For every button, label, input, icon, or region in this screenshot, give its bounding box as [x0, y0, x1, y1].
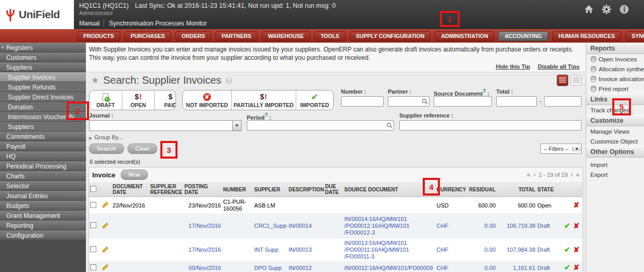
- col-supplier[interactable]: SUPPLIER: [253, 182, 287, 197]
- sidebar-item-budgets[interactable]: Budgets: [0, 201, 86, 211]
- next-page-icon[interactable]: ›: [571, 171, 573, 178]
- option-import[interactable]: Import: [586, 160, 644, 170]
- app-logo[interactable]: UniField: [0, 0, 74, 29]
- tab-purchases[interactable]: PURCHASES: [124, 31, 171, 41]
- edit-pencil-icon[interactable]: [102, 264, 109, 270]
- row-checkbox[interactable]: [90, 246, 96, 252]
- col-posting-date[interactable]: POSTING DATE: [183, 182, 222, 197]
- filter-partially-imported-button[interactable]: PARTIALLY IMPORTED: [231, 90, 296, 110]
- col-number[interactable]: NUMBER: [222, 182, 254, 197]
- report-allocation-synthesis[interactable]: Allocation synthe: [586, 64, 644, 74]
- gear-icon[interactable]: [601, 4, 612, 15]
- sidebar-item-registers[interactable]: Registers: [0, 43, 86, 53]
- total-from-input[interactable]: [496, 96, 537, 107]
- title-help-icon[interactable]: ?: [225, 77, 232, 84]
- first-page-icon[interactable]: «: [527, 171, 531, 178]
- sidebar-item-supplier-invoices[interactable]: Supplier Invoices: [0, 72, 86, 82]
- favorite-star-icon[interactable]: ★: [91, 75, 99, 86]
- table-row[interactable]: 09/Nov/2016 DPO Supp IN/00012 IN/00012:1…: [89, 262, 583, 272]
- filters-dropdown[interactable]: -- Filters -- ▼: [540, 144, 582, 154]
- sidebar-item-hq[interactable]: HQ: [0, 151, 86, 161]
- disable-tips-link[interactable]: Disable all Tips: [538, 63, 579, 70]
- sidebar-item-supplier-direct-invoices[interactable]: Supplier Direct Invoices: [0, 92, 86, 102]
- search-magnifier-icon[interactable]: [422, 98, 428, 105]
- group-by-toggle[interactable]: ▶Group By...: [89, 134, 582, 140]
- col-due-date[interactable]: DUE DATE: [324, 182, 343, 197]
- journal-select[interactable]: ▼: [89, 120, 242, 131]
- col-state[interactable]: STATE: [536, 182, 558, 197]
- tab-supply-configuration[interactable]: SUPPLY CONFIGURATION: [350, 31, 431, 41]
- period-input[interactable]: [247, 120, 394, 131]
- sidebar-item-suppliers-sub[interactable]: Suppliers: [0, 122, 86, 132]
- col-document-date[interactable]: DOCUMENT DATE: [111, 182, 149, 197]
- report-open-invoices[interactable]: Open Invoices: [586, 54, 644, 64]
- delete-icon[interactable]: [573, 264, 579, 271]
- nav-manual-link[interactable]: Manual: [79, 20, 104, 27]
- delete-icon[interactable]: [573, 247, 579, 254]
- info-icon[interactable]: [619, 4, 629, 15]
- report-print-report[interactable]: Print report: [586, 84, 644, 94]
- validate-icon[interactable]: [564, 223, 571, 230]
- sidebar-item-grant-management[interactable]: Grant Management: [0, 211, 86, 221]
- col-source-document[interactable]: SOURCE DOCUMENT: [343, 182, 435, 197]
- new-button[interactable]: New: [121, 170, 148, 180]
- filter-paid-button[interactable]: PAID: [154, 90, 176, 110]
- row-checkbox[interactable]: [90, 202, 96, 208]
- edit-pencil-icon[interactable]: [102, 222, 109, 229]
- last-page-icon[interactable]: »: [576, 171, 579, 178]
- sidebar-item-customers[interactable]: Customers: [0, 53, 86, 62]
- sidebar-item-supplier-refunds[interactable]: Supplier Refunds: [0, 82, 86, 92]
- col-total[interactable]: TOTAL: [497, 182, 536, 197]
- customize-customize-object[interactable]: Customize Object: [586, 136, 644, 146]
- row-checkbox[interactable]: [90, 222, 96, 228]
- tab-products[interactable]: PRODUCTS: [77, 31, 120, 41]
- sidebar-item-periodical-processing[interactable]: Periodical Processing: [0, 161, 86, 171]
- tab-accounting[interactable]: ACCOUNTING: [498, 31, 548, 41]
- sidebar-item-suppliers[interactable]: Suppliers: [0, 62, 86, 72]
- sidebar-item-commitments[interactable]: Commitments: [0, 132, 86, 141]
- sidebar-item-journal-entries[interactable]: Journal Entries: [0, 191, 86, 201]
- row-checkbox[interactable]: [90, 264, 96, 270]
- table-row[interactable]: 17/Nov/2016 INT Supp IN/00013 IN/00013:1…: [89, 238, 583, 262]
- supplier-reference-input[interactable]: [399, 120, 582, 131]
- sidebar-collapse-icon[interactable]: «: [1, 44, 4, 50]
- validate-icon[interactable]: [564, 264, 571, 271]
- total-to-input[interactable]: [544, 96, 582, 107]
- clear-button[interactable]: Clear: [128, 144, 158, 154]
- tab-synchronization[interactable]: SYNCHRONIZATION: [625, 31, 644, 41]
- sidebar-item-configuration[interactable]: Configuration: [0, 230, 86, 240]
- source-document-input[interactable]: [434, 96, 492, 107]
- tab-human-resources[interactable]: HUMAN RESOURCES: [552, 31, 622, 41]
- tab-tools[interactable]: TOOLS: [314, 31, 346, 41]
- delete-icon[interactable]: [573, 223, 579, 230]
- filter-imported-button[interactable]: IMPORTED: [296, 90, 333, 110]
- edit-pencil-icon[interactable]: [102, 246, 109, 253]
- tab-partners[interactable]: PARTNERS: [216, 31, 258, 41]
- number-input[interactable]: [341, 96, 384, 107]
- edit-pencil-icon[interactable]: [102, 201, 109, 208]
- form-view-button[interactable]: [571, 75, 582, 86]
- tab-administration[interactable]: ADMINISTRATION: [435, 31, 494, 41]
- sidebar-item-charts[interactable]: Charts: [0, 171, 86, 181]
- prev-page-icon[interactable]: ‹: [534, 171, 536, 178]
- tab-orders[interactable]: ORDERS: [175, 31, 211, 41]
- report-invoice-allocation[interactable]: Invoice allocation: [586, 74, 644, 84]
- table-row[interactable]: 17/Nov/2016 CRC1_Supp IN/00014 IN/00014:…: [89, 214, 583, 238]
- validate-icon[interactable]: [564, 247, 571, 254]
- table-row[interactable]: 23/Nov/2016 23/Nov/2016 C1-PUR-160056 AS…: [89, 197, 583, 214]
- sidebar-item-reporting[interactable]: Reporting: [0, 221, 86, 230]
- delete-icon[interactable]: [573, 202, 579, 209]
- col-supplier-reference[interactable]: SUPPLIER REFERENCE: [149, 182, 183, 197]
- filter-not-imported-button[interactable]: NOT IMPORTED: [183, 90, 231, 110]
- customize-manage-views[interactable]: Manage Views: [586, 126, 644, 136]
- option-export[interactable]: Export: [586, 170, 644, 179]
- filter-draft-button[interactable]: DRAFT: [90, 90, 122, 110]
- list-view-button[interactable]: [557, 75, 568, 86]
- select-all-checkbox[interactable]: [90, 186, 96, 192]
- nav-sync-monitor-link[interactable]: Synchronisation Processes Monitor: [104, 20, 207, 27]
- search-button[interactable]: Search: [89, 144, 124, 154]
- tab-warehouse[interactable]: WAREHOUSE: [262, 31, 310, 41]
- col-residual[interactable]: RESIDUAL: [463, 182, 497, 197]
- sidebar-item-selector[interactable]: Selector: [0, 181, 86, 191]
- filter-open-button[interactable]: OPEN: [122, 90, 154, 110]
